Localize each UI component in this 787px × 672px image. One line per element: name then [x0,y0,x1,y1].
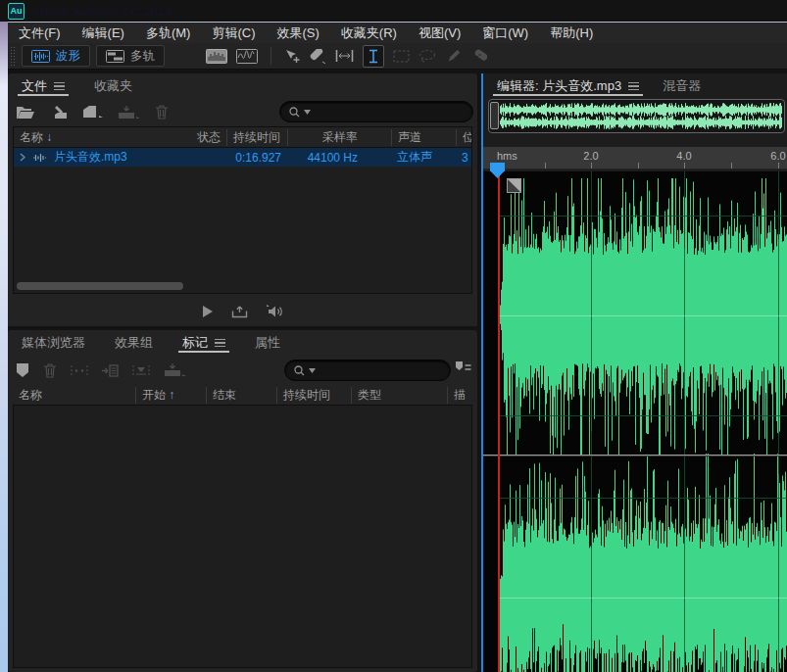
razor-tool[interactable] [310,49,326,64]
move-tool[interactable] [284,49,301,64]
menu-bar: 文件(F) 编辑(E) 多轨(M) 剪辑(C) 效果(S) 收藏夹(R) 视图(… [8,22,787,43]
insert-into-multitrack-button[interactable] [102,364,119,377]
column-marker-duration[interactable]: 持续时间 [276,387,351,404]
column-marker-end[interactable]: 结束 [206,387,276,404]
column-sample-rate[interactable]: 采样率 [287,129,391,146]
column-marker-type[interactable]: 类型 [351,387,447,404]
overview-waveform-canvas [500,101,782,131]
sort-desc-icon: ↓ [46,130,52,144]
ruler-tick [545,163,546,168]
waveform-view-button[interactable] [206,49,227,64]
menu-item-edit[interactable]: 编辑(E) [72,23,135,43]
toolbar-drag-handle[interactable] [10,46,16,66]
new-content-button[interactable] [82,105,104,119]
speaker-button[interactable] [266,305,284,318]
column-duration[interactable]: 持续时间 [226,129,287,146]
overview-left-handle[interactable] [490,102,499,129]
editor-panel-tabs: 编辑器: 片头音效.mp3 混音器 [483,73,787,98]
paintbrush-tool[interactable] [445,49,461,64]
menu-item-multitrack[interactable]: 多轨(M) [135,23,202,43]
ruler-tick [591,163,592,168]
interval-marker-button[interactable] [71,364,88,377]
multitrack-mode-button[interactable]: 多轨 [96,45,165,67]
tab-favorites-label: 收藏夹 [94,77,132,95]
markers-empty-list[interactable] [13,405,472,668]
multitrack-mode-icon [106,50,124,63]
tab-files[interactable]: 文件 [18,73,69,98]
menu-item-view[interactable]: 视图(V) [408,23,471,43]
column-channels[interactable]: 声道 [391,129,456,146]
column-marker-start[interactable]: 开始 ↑ [135,387,206,404]
waveform-canvas[interactable] [483,171,787,672]
files-search-input[interactable] [279,101,473,122]
file-row-selected[interactable]: 片头音效.mp3 0:16.927 44100 Hz 立体声 3 [14,148,471,167]
menu-item-effects[interactable]: 效果(S) [267,23,330,43]
tab-media-browser[interactable]: 媒体浏览器 [18,330,89,355]
search-icon [293,364,307,377]
audio-file-icon [32,153,47,163]
menu-item-favorites[interactable]: 收藏夹(R) [330,23,408,43]
marker-list-toggle-button[interactable] [455,360,471,375]
marquee-selection-tool[interactable] [393,50,410,63]
ruler-label-4: 4.0 [676,150,691,162]
files-panel: 文件 收藏夹 [8,73,477,326]
export-markers-button[interactable] [164,363,187,377]
markers-search-input[interactable] [284,360,451,381]
tab-markers[interactable]: 标记 [178,330,229,355]
audition-window: Au Adobe Audition CC 2018 文件(F) 编辑(E) 多轨… [0,0,787,672]
overview-strip[interactable] [488,99,785,133]
menu-item-clip[interactable]: 剪辑(C) [201,23,266,43]
file-sample-rate: 44100 Hz [287,151,391,165]
menu-item-help[interactable]: 帮助(H) [539,23,604,43]
column-name[interactable]: 名称 ↓ [14,129,175,146]
column-marker-desc[interactable]: 描 [447,387,472,404]
import-file-button[interactable] [49,105,69,120]
files-list-header: 名称 ↓ 状态 持续时间 采样率 声道 位 [14,127,471,148]
tab-favorites[interactable]: 收藏夹 [90,73,136,98]
app-toolbar: 波形 多轨 [8,43,787,70]
markers-list-header: 名称 开始 ↑ 结束 持续时间 类型 描 [13,385,472,405]
tab-markers-label: 标记 [182,334,208,352]
delete-marker-button[interactable] [43,363,57,378]
ibeam-tool[interactable] [363,45,384,68]
menu-item-window[interactable]: 窗口(W) [471,23,539,43]
healing-brush-tool[interactable] [469,49,487,63]
waveform-mode-button[interactable]: 波形 [22,45,90,67]
merge-markers-button[interactable] [132,364,150,377]
app-logo-icon: Au [8,3,25,20]
time-selection-tool[interactable] [335,49,354,63]
panel-menu-icon[interactable] [54,82,65,90]
menu-item-file[interactable]: 文件(F) [8,23,72,43]
timeline-ruler[interactable]: hms 2.0 4.0 6.0 [483,147,787,169]
save-file-button[interactable] [118,105,141,120]
tab-editor[interactable]: 编辑器: 片头音效.mp3 [493,73,643,98]
play-button[interactable] [202,305,214,318]
file-duration: 0:16.927 [226,151,287,165]
add-marker-button[interactable] [16,362,29,378]
column-marker-name[interactable]: 名称 [13,387,135,404]
file-name: 片头音效.mp3 [54,149,127,166]
tab-effects-rack[interactable]: 效果组 [111,330,157,355]
auto-play-button[interactable] [231,305,248,319]
tab-properties[interactable]: 属性 [251,330,284,355]
ruler-label-6: 6.0 [770,150,785,162]
column-status[interactable]: 状态 [175,129,226,146]
panel-menu-icon[interactable] [215,339,225,347]
lasso-selection-tool[interactable] [418,49,436,63]
expand-chevron-icon[interactable] [20,153,25,162]
tab-effects-rack-label: 效果组 [115,334,153,352]
delete-file-button[interactable] [155,105,169,120]
column-bit-depth[interactable]: 位 [456,129,471,146]
tab-mixer[interactable]: 混音器 [659,73,705,98]
markers-panel: 媒体浏览器 效果组 标记 属性 [8,330,477,672]
tab-properties-label: 属性 [255,334,280,352]
horizontal-scrollbar[interactable] [17,282,183,290]
selection-grabber-handle[interactable] [507,178,521,193]
tab-mixer-label: 混音器 [663,77,701,95]
panel-menu-icon[interactable] [628,82,639,90]
sort-asc-icon: ↑ [169,388,174,402]
ruler-tick [638,163,639,168]
title-bar[interactable]: Au Adobe Audition CC 2018 [0,0,787,22]
open-file-button[interactable] [16,105,35,120]
spectral-view-button[interactable] [236,49,258,64]
